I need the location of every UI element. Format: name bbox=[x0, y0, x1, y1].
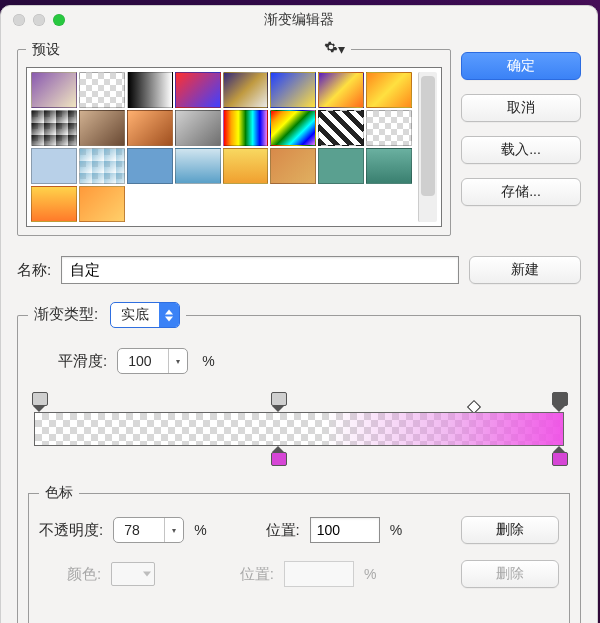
position2-input bbox=[284, 561, 354, 587]
position2-label: 位置: bbox=[240, 565, 274, 584]
preset-swatch[interactable] bbox=[175, 110, 221, 146]
gradient-type-select[interactable]: 实底 bbox=[110, 302, 180, 328]
preset-swatch[interactable] bbox=[79, 186, 125, 222]
percent-label: % bbox=[390, 522, 402, 538]
opacity-value: 78 bbox=[114, 522, 164, 538]
smoothness-value: 100 bbox=[118, 353, 168, 369]
preset-swatch[interactable] bbox=[79, 148, 125, 184]
percent-label: % bbox=[194, 522, 206, 538]
gradient-group: 渐变类型: 实底 平滑度: 100 ▾ % bbox=[17, 302, 581, 623]
preset-swatch[interactable] bbox=[318, 72, 364, 108]
opacity-input[interactable]: 78 ▾ bbox=[113, 517, 184, 543]
gradient-editor[interactable] bbox=[34, 388, 564, 468]
percent-label: % bbox=[202, 353, 214, 369]
preset-swatch[interactable] bbox=[223, 148, 269, 184]
preset-swatch[interactable] bbox=[175, 148, 221, 184]
preset-swatch[interactable] bbox=[270, 110, 316, 146]
minimize-icon[interactable] bbox=[33, 14, 45, 26]
color-stop[interactable] bbox=[552, 446, 566, 464]
opacity-stop[interactable] bbox=[271, 392, 285, 410]
color-stop[interactable] bbox=[271, 446, 285, 464]
percent-label: % bbox=[364, 566, 376, 582]
preset-swatch[interactable] bbox=[31, 148, 77, 184]
preset-swatch[interactable] bbox=[31, 110, 77, 146]
delete-color-stop-button: 删除 bbox=[461, 560, 559, 588]
preset-swatch[interactable] bbox=[270, 148, 316, 184]
position-label: 位置: bbox=[266, 521, 300, 540]
load-button[interactable]: 载入... bbox=[461, 136, 581, 164]
window-title: 渐变编辑器 bbox=[264, 11, 334, 29]
action-buttons: 确定 取消 载入... 存储... bbox=[461, 52, 581, 206]
presets-scrollbar[interactable] bbox=[418, 72, 437, 222]
position-input[interactable] bbox=[310, 517, 380, 543]
preset-swatch[interactable] bbox=[318, 148, 364, 184]
cancel-button[interactable]: 取消 bbox=[461, 94, 581, 122]
chevron-down-icon: ▾ bbox=[164, 518, 183, 542]
preset-swatch[interactable] bbox=[366, 72, 412, 108]
gradient-track[interactable] bbox=[34, 412, 564, 446]
opacity-stop[interactable] bbox=[32, 392, 46, 410]
chevron-up-down-icon bbox=[159, 303, 179, 327]
preset-swatch[interactable] bbox=[79, 110, 125, 146]
preset-swatch[interactable] bbox=[223, 72, 269, 108]
close-icon[interactable] bbox=[13, 14, 25, 26]
ok-button[interactable]: 确定 bbox=[461, 52, 581, 80]
color-swatch bbox=[111, 562, 155, 586]
stops-group: 色标 不透明度: 78 ▾ % 位置: % 删除 颜色: bbox=[28, 484, 570, 623]
preset-swatch[interactable] bbox=[127, 148, 173, 184]
presets-area bbox=[26, 67, 442, 227]
preset-swatch[interactable] bbox=[270, 72, 316, 108]
smoothness-label: 平滑度: bbox=[58, 352, 107, 371]
title-bar: 渐变编辑器 bbox=[1, 6, 597, 34]
new-button[interactable]: 新建 bbox=[469, 256, 581, 284]
gradient-type-value: 实底 bbox=[111, 306, 159, 324]
preset-swatch[interactable] bbox=[31, 186, 77, 222]
opacity-stop-selected[interactable] bbox=[552, 392, 566, 410]
preset-swatch[interactable] bbox=[366, 110, 412, 146]
delete-opacity-stop-button[interactable]: 删除 bbox=[461, 516, 559, 544]
save-button[interactable]: 存储... bbox=[461, 178, 581, 206]
gradient-type-label: 渐变类型: bbox=[34, 305, 98, 322]
maximize-icon[interactable] bbox=[53, 14, 65, 26]
gradient-editor-window: 渐变编辑器 预设 ▾ bbox=[0, 5, 598, 623]
presets-group: 预设 ▾ bbox=[17, 40, 451, 236]
name-label: 名称: bbox=[17, 261, 51, 280]
chevron-down-icon: ▾ bbox=[168, 349, 187, 373]
name-input[interactable] bbox=[61, 256, 459, 284]
preset-swatch[interactable] bbox=[366, 148, 412, 184]
preset-swatch[interactable] bbox=[31, 72, 77, 108]
smoothness-input[interactable]: 100 ▾ bbox=[117, 348, 188, 374]
preset-swatch[interactable] bbox=[79, 72, 125, 108]
presets-legend: 预设 bbox=[32, 41, 60, 57]
gear-icon[interactable]: ▾ bbox=[324, 41, 345, 57]
preset-swatch[interactable] bbox=[223, 110, 269, 146]
preset-swatch[interactable] bbox=[127, 72, 173, 108]
traffic-lights bbox=[13, 14, 65, 26]
preset-grid[interactable] bbox=[31, 72, 412, 222]
color-label: 颜色: bbox=[67, 565, 101, 584]
opacity-label: 不透明度: bbox=[39, 521, 103, 540]
stops-legend: 色标 bbox=[45, 484, 73, 500]
preset-swatch[interactable] bbox=[175, 72, 221, 108]
preset-swatch[interactable] bbox=[318, 110, 364, 146]
preset-swatch[interactable] bbox=[127, 110, 173, 146]
